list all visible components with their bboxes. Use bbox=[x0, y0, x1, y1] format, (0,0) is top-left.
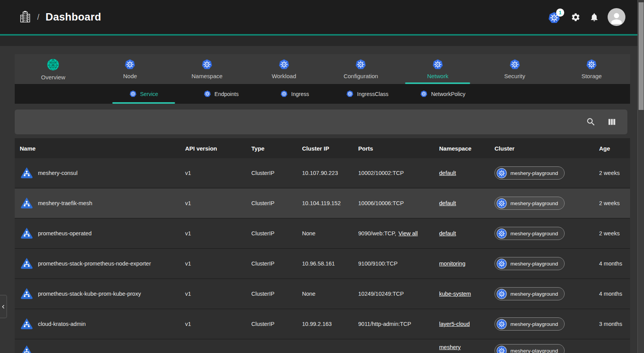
kubernetes-icon bbox=[355, 59, 366, 70]
cluster-chip[interactable]: meshery-playground bbox=[495, 166, 565, 180]
person-icon bbox=[609, 10, 624, 26]
api-version-value: v1 bbox=[180, 219, 246, 248]
cluster-chip[interactable]: meshery-playground bbox=[495, 317, 565, 331]
service-name: cloud-kratos-admin bbox=[38, 321, 86, 327]
column-header-name[interactable]: Name bbox=[15, 145, 180, 152]
tab-label: Namespace bbox=[192, 73, 223, 79]
cluster-ip-value: 10.107.90.223 bbox=[297, 158, 353, 188]
kubernetes-icon bbox=[496, 228, 507, 239]
subtab-label: NetworkPolicy bbox=[431, 91, 465, 97]
namespace-link[interactable]: default bbox=[439, 200, 456, 206]
scrollbar-thumb[interactable] bbox=[639, 2, 644, 110]
tab-storage[interactable]: Storage bbox=[553, 54, 630, 84]
page-scrollbar bbox=[637, 0, 644, 353]
subtab-label: Ingress bbox=[291, 91, 309, 97]
table-header-row: Name API version Type Cluster IP Ports N… bbox=[15, 138, 630, 158]
type-value: ClusterIP bbox=[246, 158, 297, 188]
services-table: Name API version Type Cluster IP Ports N… bbox=[15, 138, 630, 353]
ports-value: 9100/9100:TCP bbox=[358, 260, 398, 267]
column-header-cluster-ip[interactable]: Cluster IP bbox=[297, 145, 353, 152]
notifications-button[interactable] bbox=[589, 12, 599, 22]
tab-label: Node bbox=[123, 73, 137, 79]
column-header-type[interactable]: Type bbox=[246, 145, 297, 152]
cluster-name: meshery-playground bbox=[510, 291, 558, 297]
tab-label: Network bbox=[427, 73, 448, 79]
view-columns-button[interactable] bbox=[606, 117, 617, 127]
ports-value: 10002/10002:TCP bbox=[358, 170, 404, 176]
tab-node[interactable]: Node bbox=[92, 54, 169, 84]
type-value: ClusterIP bbox=[246, 309, 297, 339]
search-button[interactable] bbox=[586, 117, 596, 127]
kubernetes-icon bbox=[586, 59, 597, 70]
subtab-label: Endpoints bbox=[215, 91, 239, 97]
user-avatar[interactable] bbox=[608, 8, 625, 26]
header-actions: 1 bbox=[548, 8, 635, 26]
service-name: meshery-traefik-mesh bbox=[38, 200, 92, 206]
column-header-ports[interactable]: Ports bbox=[353, 145, 434, 152]
cluster-chip[interactable]: meshery-playground bbox=[495, 197, 565, 210]
tab-configuration[interactable]: Configuration bbox=[323, 54, 400, 84]
cluster-ip-value: 10.99.2.163 bbox=[297, 309, 353, 339]
subtab-ingress[interactable]: Ingress bbox=[260, 84, 330, 104]
breadcrumb-separator: / bbox=[37, 13, 39, 22]
cluster-ip-value: None bbox=[297, 279, 353, 308]
service-icon bbox=[20, 317, 34, 331]
column-header-namespace[interactable]: Namespace bbox=[434, 145, 489, 152]
table-row[interactable]: meshery meshery-playground bbox=[15, 339, 630, 353]
api-version-value: v1 bbox=[180, 158, 246, 188]
page-title: Dashboard bbox=[46, 11, 101, 23]
cluster-chip[interactable]: meshery-playground bbox=[495, 287, 565, 300]
table-row[interactable]: meshery-consul v1 ClusterIP 10.107.90.22… bbox=[15, 158, 630, 188]
organization-building-icon[interactable] bbox=[19, 11, 31, 23]
tab-label: Overview bbox=[41, 74, 65, 81]
age-value: 4 months bbox=[594, 249, 630, 278]
settings-button[interactable] bbox=[570, 12, 580, 22]
namespace-link[interactable]: meshery bbox=[439, 344, 461, 350]
cluster-ip-value: 10.104.119.152 bbox=[297, 188, 353, 218]
selected-subtab-indicator bbox=[112, 102, 175, 104]
type-value: ClusterIP bbox=[246, 249, 297, 278]
cluster-chip[interactable]: meshery-playground bbox=[495, 227, 565, 240]
column-header-age[interactable]: Age bbox=[594, 145, 630, 152]
table-row[interactable]: prometheus-operated v1 ClusterIP None 90… bbox=[15, 219, 630, 249]
tab-namespace[interactable]: Namespace bbox=[168, 54, 246, 84]
namespace-link[interactable]: kube-system bbox=[439, 291, 471, 297]
tab-label: Storage bbox=[581, 73, 602, 79]
main-content: Overview Node Namespace Workload Configu… bbox=[15, 54, 630, 353]
tab-overview[interactable]: Overview bbox=[15, 54, 92, 84]
namespace-link[interactable]: monitoring bbox=[439, 260, 465, 267]
namespace-link[interactable]: default bbox=[439, 230, 456, 236]
service-name: meshery-consul bbox=[38, 170, 77, 176]
subtab-ingressclass[interactable]: IngressClass bbox=[330, 84, 405, 104]
sidebar-collapse-toggle[interactable] bbox=[0, 295, 7, 318]
cluster-chip[interactable]: meshery-playground bbox=[495, 344, 565, 353]
table-row[interactable]: cloud-kratos-admin v1 ClusterIP 10.99.2.… bbox=[15, 309, 630, 339]
ports-value: 9090/web:TCP, bbox=[358, 230, 396, 236]
subtab-networkpolicy[interactable]: NetworkPolicy bbox=[405, 84, 481, 104]
view-all-link[interactable]: View all bbox=[398, 230, 418, 236]
app-header: / Dashboard 1 bbox=[0, 0, 644, 34]
column-header-api-version[interactable]: API version bbox=[180, 145, 246, 152]
cluster-name: meshery-playground bbox=[510, 261, 558, 267]
tab-network[interactable]: Network bbox=[399, 54, 476, 84]
table-row[interactable]: prometheus-stack-prometheus-node-exporte… bbox=[15, 249, 630, 279]
tab-workload[interactable]: Workload bbox=[246, 54, 323, 84]
kubernetes-icon bbox=[201, 59, 213, 70]
column-header-cluster[interactable]: Cluster bbox=[489, 145, 594, 152]
api-version-value: v1 bbox=[180, 279, 246, 308]
age-value: 2 weeks bbox=[594, 158, 630, 188]
service-icon bbox=[20, 166, 34, 180]
namespace-link[interactable]: layer5-cloud bbox=[439, 321, 470, 327]
tab-security[interactable]: Security bbox=[476, 54, 553, 84]
subtab-endpoints[interactable]: Endpoints bbox=[182, 84, 260, 104]
namespace-link[interactable]: default bbox=[439, 170, 456, 176]
kubernetes-context-badge[interactable]: 1 bbox=[548, 10, 562, 24]
kubernetes-icon bbox=[432, 59, 443, 70]
cluster-name: meshery-playground bbox=[510, 348, 558, 353]
subtab-service[interactable]: Service bbox=[105, 84, 182, 104]
table-row[interactable]: meshery-traefik-mesh v1 ClusterIP 10.104… bbox=[15, 188, 630, 219]
type-value: ClusterIP bbox=[246, 188, 297, 218]
table-row[interactable]: prometheus-stack-kube-prom-kube-proxy v1… bbox=[15, 279, 630, 309]
cluster-chip[interactable]: meshery-playground bbox=[495, 257, 565, 270]
kubernetes-icon bbox=[420, 90, 428, 98]
